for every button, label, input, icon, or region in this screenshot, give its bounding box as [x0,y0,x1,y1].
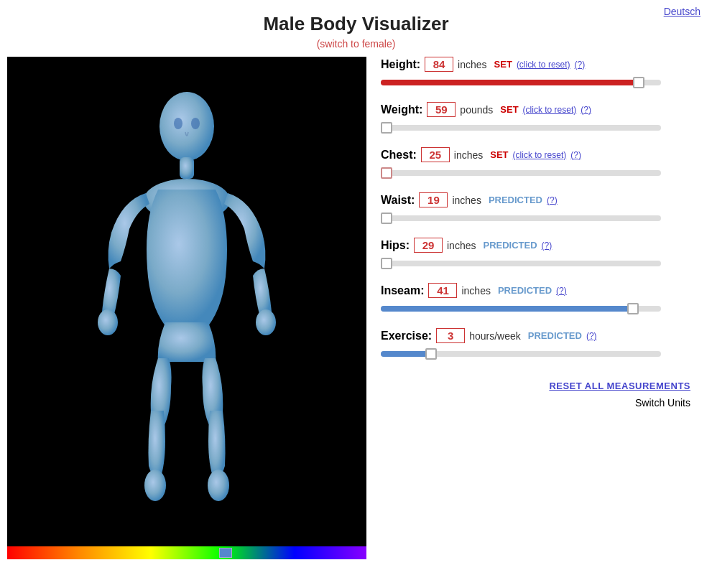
measurement-row-chest: Chest: 25 inches SET (click to reset) (?… [381,147,690,179]
weight-label: Weight: [381,103,422,116]
waist-help[interactable]: (?) [547,195,558,205]
weight-unit: pounds [460,104,493,116]
body-figure [7,57,366,559]
height-slider-thumb[interactable] [633,77,644,88]
color-bar[interactable] [7,546,366,559]
exercise-value[interactable]: 3 [436,328,465,343]
measurement-row-weight: Weight: 59 pounds SET (click to reset) (… [381,102,690,134]
measurement-row-hips: Hips: 29 inches PREDICTED (?) [381,238,690,270]
weight-slider-container [381,121,661,134]
model-container [7,57,366,559]
main-layout: Height: 84 inches SET (click to reset) (… [0,57,712,559]
language-button[interactable]: Deutsch [664,6,701,17]
inseam-status: PREDICTED [498,285,552,296]
inseam-slider-track [381,306,661,312]
height-slider-track [381,80,661,85]
hips-slider-thumb[interactable] [381,258,392,269]
exercise-help[interactable]: (?) [586,331,597,341]
chest-slider-thumb[interactable] [381,167,392,179]
inseam-slider-fill [381,306,633,312]
exercise-label: Exercise: [381,330,432,342]
measurement-row-waist: Waist: 19 inches PREDICTED (?) [381,192,690,225]
inseam-slider-thumb[interactable] [627,303,639,314]
svg-point-3 [98,309,118,335]
waist-status: PREDICTED [489,195,542,205]
measurement-row-inseam: Inseam: 41 inches PREDICTED (?) [381,283,690,315]
height-unit: inches [458,59,486,70]
inseam-help[interactable]: (?) [556,286,567,296]
exercise-unit: hours/week [469,330,521,342]
measurement-row-exercise: Exercise: 3 hours/week PREDICTED (?) [381,328,690,360]
hips-unit: inches [447,240,476,251]
svg-point-7 [174,118,182,129]
height-slider-fill [381,80,639,85]
chest-label: Chest: [381,149,417,162]
chest-value[interactable]: 25 [421,147,450,162]
inseam-label: Inseam: [381,284,424,297]
page-title: Male Body Visualizer [0,13,712,35]
height-value[interactable]: 84 [425,57,453,72]
svg-point-8 [191,118,200,129]
exercise-slider-fill [381,351,431,357]
bottom-actions: RESET ALL MEASUREMENTS Switch Units [381,381,690,409]
weight-slider-thumb[interactable] [381,122,392,134]
hips-label: Hips: [381,239,410,252]
body-svg [72,75,302,541]
chest-slider-container [381,167,661,179]
inseam-value[interactable]: 41 [428,283,457,298]
hips-slider-track [381,261,661,266]
chest-reset[interactable]: (click to reset) [513,150,567,160]
inseam-slider-container [381,302,661,315]
chest-status: SET [490,149,508,160]
reset-all-button[interactable]: RESET ALL MEASUREMENTS [549,381,690,391]
svg-point-6 [208,470,229,501]
chest-help[interactable]: (?) [570,150,581,160]
weight-status: SET [500,104,518,115]
exercise-slider-thumb[interactable] [425,348,437,360]
waist-value[interactable]: 19 [419,192,448,207]
chest-unit: inches [454,149,483,161]
weight-slider-track [381,125,661,131]
svg-point-0 [159,92,214,161]
hips-value[interactable]: 29 [414,238,443,253]
weight-value[interactable]: 59 [427,102,456,117]
waist-slider-thumb[interactable] [381,213,392,224]
waist-slider-track [381,215,661,221]
height-reset[interactable]: (click to reset) [517,60,570,70]
weight-reset[interactable]: (click to reset) [523,105,577,115]
waist-slider-container [381,212,661,225]
hips-status: PREDICTED [483,240,537,251]
inseam-unit: inches [461,285,490,297]
waist-unit: inches [452,195,481,206]
switch-units-button[interactable]: Switch Units [635,397,690,409]
switch-gender-link[interactable]: (switch to female) [0,38,712,50]
chest-slider-track [381,170,661,176]
height-label: Height: [381,58,420,71]
svg-point-5 [144,470,166,501]
svg-point-4 [256,309,276,335]
controls-panel: Height: 84 inches SET (click to reset) (… [366,57,705,559]
height-slider-container [381,76,661,89]
exercise-slider-container [381,347,661,360]
exercise-status: PREDICTED [528,330,582,341]
height-help[interactable]: (?) [575,60,586,70]
hips-help[interactable]: (?) [542,241,553,251]
hips-slider-container [381,257,661,270]
svg-rect-1 [180,157,194,179]
waist-label: Waist: [381,194,415,207]
height-status: SET [494,59,512,70]
exercise-slider-track [381,351,661,357]
weight-help[interactable]: (?) [581,105,591,115]
color-indicator[interactable] [219,548,232,558]
measurement-row-height: Height: 84 inches SET (click to reset) (… [381,57,690,89]
